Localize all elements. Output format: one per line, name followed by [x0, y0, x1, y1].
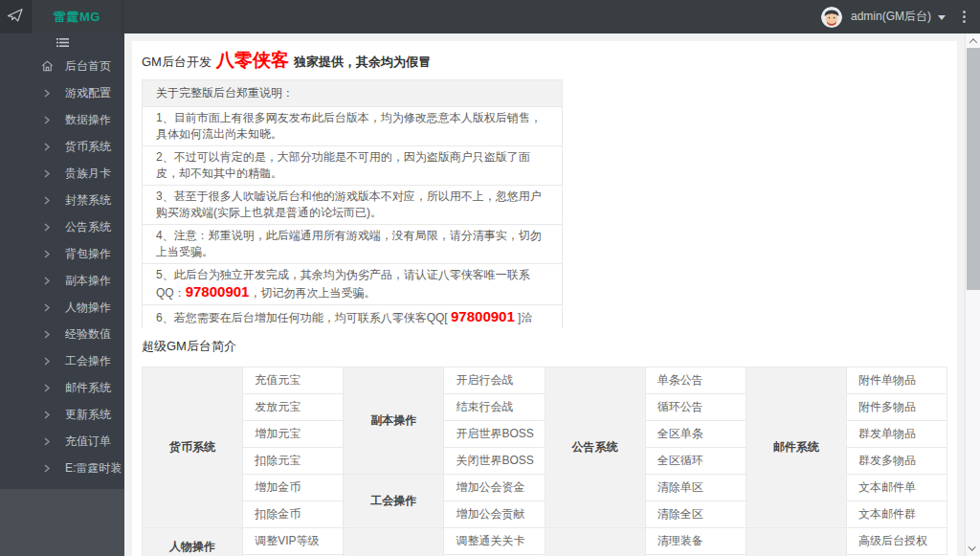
chevron-right-icon: [40, 408, 54, 421]
feature-cell: 增加金币: [243, 475, 344, 501]
collapse-menu-icon: [56, 34, 70, 52]
chevron-right-icon: [40, 300, 54, 314]
sidebar-item-currency[interactable]: 货币系统: [0, 133, 124, 160]
title-suffix: 独家提供，其余均为假冒: [294, 55, 431, 69]
sidebar-item-dungeon[interactable]: 副本操作: [0, 267, 124, 294]
topbar: 雷霆MG admin(GM后台): [0, 0, 980, 33]
notice-row: 5、此后台为独立开发完成，其余均为伪劣产品，请认证八零侠客唯一联系QQ：9780…: [143, 264, 563, 305]
table-row: 人物操作 调整VIP等级 调整通关关卡 清理装备 高级后台授权: [143, 528, 947, 555]
feature-cell: 清除全区: [645, 501, 746, 528]
feature-cell: 高级后台授权: [846, 528, 947, 555]
vertical-scrollbar[interactable]: [965, 33, 980, 556]
chevron-up-icon: [969, 38, 977, 46]
logo-text: 雷霆MG: [32, 0, 123, 33]
kebab-menu-icon[interactable]: [955, 0, 972, 33]
feature-cell: 清除单区: [645, 475, 746, 501]
feature-cell: 开启行会战: [444, 367, 545, 394]
avatar[interactable]: [821, 7, 842, 28]
feature-cell: 增加公会资金: [444, 475, 545, 501]
notice-box-title: 关于完整版后台郑重说明：: [143, 80, 563, 107]
sidebar-item-recharge-orders[interactable]: 充值订单: [0, 428, 124, 455]
category-character: 人物操作: [143, 528, 243, 556]
brand-button[interactable]: [0, 0, 32, 33]
sidebar-item-fashion[interactable]: E:雷霆时装: [0, 455, 124, 481]
sidebar-item-data-ops[interactable]: 数据操作: [0, 106, 124, 133]
sidebar-item-guild[interactable]: 工会操作: [0, 347, 124, 374]
sidebar-item-announce[interactable]: 公告系统: [0, 213, 124, 240]
category-cell: [545, 528, 645, 556]
sidebar-item-ban[interactable]: 封禁系统: [0, 187, 124, 213]
notice-row: 2、不过可以肯定的是，大部分功能是不可用的，因为盗版商户只盗版了面皮，却不知其中…: [143, 146, 563, 186]
feature-cell: 附件单物品: [846, 367, 947, 394]
category-announce: 公告系统: [545, 367, 645, 528]
chevron-down-icon: [968, 543, 975, 550]
brand-name: 八零侠客: [216, 50, 289, 70]
collapse-menu-button[interactable]: [0, 33, 124, 53]
intro-title: 超级GM后台简介: [142, 338, 947, 355]
feature-cell: 全区单条: [645, 421, 746, 448]
feature-cell: 扣除元宝: [243, 448, 344, 475]
chevron-right-icon: [40, 381, 54, 394]
feature-cell: 文本邮件单: [846, 475, 947, 501]
feature-cell: 发放元宝: [243, 394, 344, 421]
chevron-right-icon: [40, 140, 54, 153]
scroll-up-button[interactable]: [966, 34, 980, 48]
title-prefix: GM后台开发: [142, 55, 212, 69]
category-currency: 货币系统: [143, 367, 243, 528]
table-row: 货币系统 充值元宝 副本操作 开启行会战 公告系统 单条公告 邮件系统 附件单物…: [143, 367, 947, 394]
category-mail: 邮件系统: [746, 367, 846, 528]
chevron-right-icon: [40, 354, 54, 367]
intro-card: 超级GM后台简介 货币系统 充值元宝 副本操作 开启行会战 公告系统 单条公告 …: [132, 328, 957, 556]
scrollbar-thumb[interactable]: [967, 48, 980, 290]
feature-cell: 调整VIP等级: [243, 528, 344, 555]
feature-cell: 全区循环: [645, 448, 746, 475]
sidebar-item-exp[interactable]: 经验数值: [0, 321, 124, 347]
caret-down-icon: [938, 15, 946, 20]
feature-cell: 附件多物品: [846, 394, 947, 421]
chevron-right-icon: [40, 193, 54, 207]
chevron-right-icon: [40, 167, 54, 180]
chevron-right-icon: [40, 86, 54, 100]
feature-cell: 开启世界BOSS: [444, 421, 545, 448]
notice-table: 关于完整版后台郑重说明： 1、目前市面上有很多网友发布此后台版本，均为修改恶意本…: [142, 79, 563, 346]
sidebar-item-noble-card[interactable]: 贵族月卡: [0, 160, 124, 187]
notice-card: GM后台开发八零侠客独家提供，其余均为假冒 关于完整版后台郑重说明： 1、目前市…: [132, 41, 957, 356]
chevron-right-icon: [40, 220, 54, 234]
category-cell: [344, 528, 444, 556]
feature-cell: 充值元宝: [243, 367, 344, 394]
sidebar-item-backpack[interactable]: 背包操作: [0, 240, 124, 267]
gm-dev-title: GM后台开发八零侠客独家提供，其余均为假冒: [142, 49, 947, 74]
qq-number: 97800901: [186, 283, 250, 300]
sidebar-item-game-config[interactable]: 游戏配置: [0, 79, 124, 106]
user-menu[interactable]: admin(GM后台): [821, 0, 946, 33]
chevron-right-icon: [40, 327, 54, 341]
notice-row: 3、甚至于很多人吹嘘说后台和他的游戏版本不对应，所以用不上，忽悠用户购买游戏端(…: [143, 186, 563, 225]
chevron-right-icon: [40, 434, 54, 448]
sidebar: 后台首页 游戏配置 数据操作 货币系统 贵族月卡 封禁系统 公告系统 背包操作 …: [0, 33, 124, 556]
feature-cell: 清理装备: [645, 528, 746, 555]
feature-cell: 结束行会战: [444, 394, 545, 421]
feature-cell: 增加公会贡献: [444, 501, 545, 528]
feature-cell: 循环公告: [645, 394, 746, 421]
feature-cell: 关闭世界BOSS: [444, 448, 545, 475]
notice-row: 4、注意：郑重说明，此后端通用所有游戏端，没有局限，请分清事实，切勿上当受骗。: [143, 225, 563, 264]
feature-cell: 单条公告: [645, 367, 746, 394]
sidebar-menu: 后台首页 游戏配置 数据操作 货币系统 贵族月卡 封禁系统 公告系统 背包操作 …: [0, 53, 124, 481]
paper-plane-icon: [8, 9, 23, 26]
sidebar-item-home[interactable]: 后台首页: [0, 53, 124, 79]
qq-number: 97800901: [451, 308, 515, 324]
feature-cell: 扣除金币: [243, 501, 344, 528]
chevron-right-icon: [40, 274, 54, 287]
username-label: admin(GM后台): [851, 9, 931, 25]
category-cell: [746, 528, 846, 556]
home-icon: [40, 59, 54, 73]
chevron-right-icon: [40, 247, 54, 260]
sidebar-item-character[interactable]: 人物操作: [0, 294, 124, 321]
feature-cell: 文本邮件群: [846, 501, 947, 528]
feature-cell: 群发单物品: [846, 421, 947, 448]
category-guild: 工会操作: [344, 475, 444, 528]
sidebar-item-mail[interactable]: 邮件系统: [0, 374, 124, 401]
sidebar-item-update[interactable]: 更新系统: [0, 401, 124, 428]
feature-cell: 增加元宝: [243, 421, 344, 448]
scroll-down-button[interactable]: [966, 542, 980, 555]
